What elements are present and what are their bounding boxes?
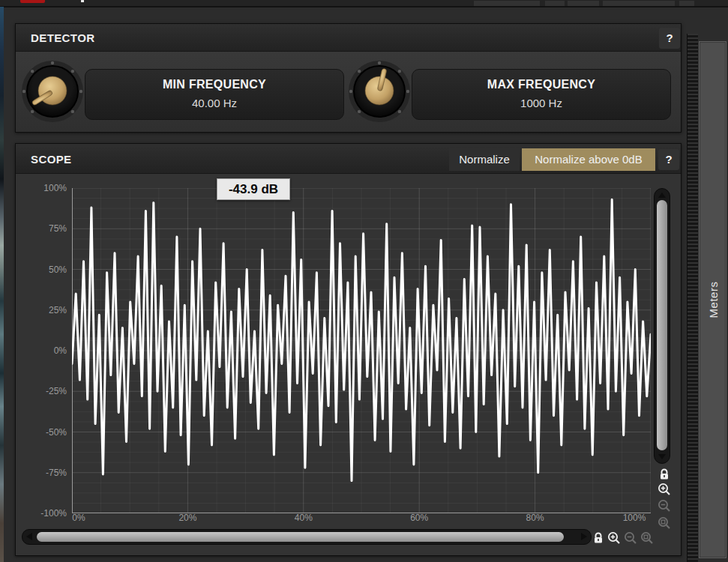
y-tick-label: -100% <box>26 508 67 519</box>
detector-help-button[interactable]: ? <box>659 28 680 49</box>
meters-tab-label: Meters <box>706 282 719 318</box>
toolbar-ghost-button[interactable] <box>679 1 694 6</box>
horizontal-zoom-reset-icon[interactable] <box>640 531 654 545</box>
horizontal-lock-icon[interactable] <box>592 531 605 545</box>
window-top-strip <box>0 0 728 7</box>
min-frequency-field[interactable]: MIN FREQUENCY 40.00 Hz <box>85 69 344 120</box>
plugin-window: DETECTOR ? MIN F <box>0 0 728 562</box>
normalize-button[interactable]: Normalize <box>449 148 520 171</box>
x-tick-label: 0% <box>62 513 95 523</box>
value-tooltip: -43.9 dB <box>217 178 290 200</box>
x-tick-label: 40% <box>287 513 320 523</box>
x-tick-label: 60% <box>403 513 436 523</box>
scope-horizontal-scrollbar[interactable] <box>22 529 592 545</box>
scroll-up-icon[interactable] <box>658 193 666 198</box>
max-frequency-label: MAX FREQUENCY <box>412 78 670 91</box>
min-frequency-value: 40.00 Hz <box>85 97 343 109</box>
toolbar-ghost-button[interactable] <box>545 1 565 6</box>
vertical-zoom-in-icon[interactable] <box>658 483 671 496</box>
detector-panel: DETECTOR ? MIN F <box>15 23 682 133</box>
min-frequency-knob[interactable] <box>21 60 84 123</box>
vertical-lock-icon[interactable] <box>658 468 671 481</box>
meters-side-tab[interactable]: Meters <box>699 41 727 558</box>
horizontal-zoom-out-icon[interactable] <box>624 531 637 545</box>
x-tick-label: 100% <box>618 513 651 523</box>
vertical-scroll-thumb[interactable] <box>657 200 667 450</box>
scroll-left-icon[interactable] <box>26 533 32 540</box>
y-tick-label: -75% <box>26 468 67 478</box>
min-frequency-label: MIN FREQUENCY <box>85 78 343 91</box>
scope-help-button[interactable]: ? <box>658 149 679 170</box>
scope-title: SCOPE <box>31 152 72 165</box>
y-tick-label: 25% <box>26 305 67 315</box>
y-tick-label: 0% <box>26 345 67 356</box>
normalize-above-0db-button[interactable]: Normalize above 0dB <box>522 148 655 171</box>
vertical-zoom-reset-icon[interactable] <box>658 516 671 530</box>
scope-x-axis: 0%20%40%60%80%100% <box>72 513 664 525</box>
background-window-sliver <box>0 7 4 562</box>
scope-plot[interactable] <box>72 188 651 513</box>
toolbar-ghost-button[interactable] <box>474 1 540 6</box>
y-tick-label: 50% <box>26 265 67 275</box>
toolbar-ghost-button[interactable] <box>568 1 599 6</box>
top-tick-mark <box>81 0 84 2</box>
detector-panel-header[interactable]: DETECTOR <box>16 24 681 52</box>
panel-resize-handle[interactable] <box>687 34 698 562</box>
scroll-right-icon[interactable] <box>581 533 587 540</box>
vertical-zoom-out-icon[interactable] <box>658 499 671 513</box>
x-tick-label: 80% <box>519 513 552 523</box>
max-frequency-value: 1000 Hz <box>412 97 670 109</box>
scope-panel: SCOPE Normalize Normalize above 0dB ? 10… <box>15 143 682 556</box>
y-tick-label: 100% <box>26 183 67 193</box>
x-tick-label: 20% <box>171 513 204 523</box>
scroll-down-icon[interactable] <box>658 454 666 459</box>
y-tick-label: -50% <box>26 427 67 438</box>
toolbar-ghost-button[interactable] <box>603 1 675 6</box>
y-tick-label: 75% <box>26 223 67 234</box>
scope-y-axis: 100%75%50%25%0%-25%-50%-75%-100% <box>26 188 67 513</box>
horizontal-scroll-thumb[interactable] <box>37 532 564 542</box>
horizontal-zoom-in-icon[interactable] <box>607 531 621 545</box>
max-frequency-knob[interactable] <box>348 60 411 123</box>
y-tick-label: -25% <box>26 386 67 396</box>
max-frequency-field[interactable]: MAX FREQUENCY 1000 Hz <box>412 69 671 120</box>
scope-vertical-scrollbar[interactable] <box>654 188 670 464</box>
brand-logo-icon <box>20 0 45 3</box>
detector-title: DETECTOR <box>31 31 94 44</box>
